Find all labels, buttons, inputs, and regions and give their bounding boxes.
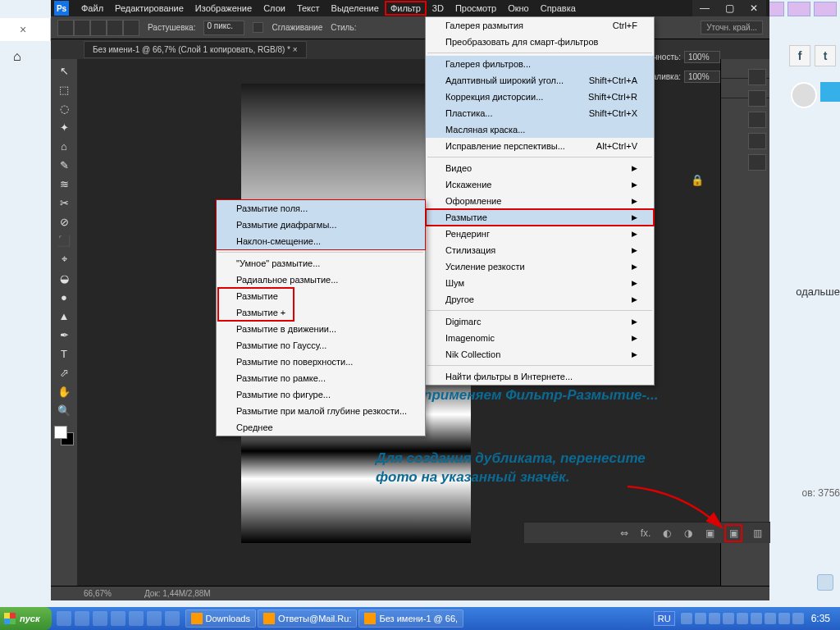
submenu-item[interactable]: Наклон-смещение...: [217, 233, 425, 249]
menu-фильтр[interactable]: Фильтр: [385, 1, 427, 16]
sel-new-icon[interactable]: [74, 20, 90, 36]
tray-icon[interactable]: [709, 613, 720, 624]
tool-button[interactable]: ◒: [54, 270, 74, 286]
tray-icon[interactable]: [723, 613, 734, 624]
tray-icon[interactable]: [765, 613, 776, 624]
tool-button[interactable]: ✂: [54, 194, 74, 211]
submenu-item[interactable]: Размытие в движении...: [217, 321, 425, 337]
browser-tab-close-icon[interactable]: ×: [20, 23, 26, 36]
submenu-item[interactable]: Размытие по рамке...: [217, 370, 425, 386]
tool-button[interactable]: ⊘: [54, 213, 74, 230]
sel-add-icon[interactable]: [90, 20, 107, 36]
menu-item[interactable]: Адаптивный широкий угол...Shift+Ctrl+A: [426, 72, 654, 89]
tool-button[interactable]: ≋: [54, 176, 74, 192]
channels-panel-icon[interactable]: [748, 90, 766, 107]
menu-слои[interactable]: Слои: [258, 1, 291, 16]
fx-panel-icon[interactable]: [748, 133, 766, 149]
tool-button[interactable]: ⬀: [54, 364, 74, 381]
tray-icon[interactable]: [737, 613, 748, 624]
feather-input[interactable]: 0 пикс.: [203, 21, 244, 35]
quicklaunch-icon[interactable]: [129, 611, 144, 626]
menu-просмотр[interactable]: Просмотр: [450, 1, 502, 16]
history-panel-icon[interactable]: [748, 112, 766, 128]
twitter-icon[interactable]: t: [815, 45, 836, 66]
clock[interactable]: 6:35: [806, 613, 835, 624]
menu-item[interactable]: Digimarc▶: [426, 313, 654, 330]
menu-файл[interactable]: Файл: [75, 1, 109, 16]
zoom-level[interactable]: 66,67%: [84, 589, 112, 598]
quicklaunch-icon[interactable]: [147, 611, 162, 626]
opacity-input[interactable]: 100%: [684, 51, 720, 63]
sel-sub-icon[interactable]: [107, 20, 123, 36]
menu-item[interactable]: Галерея фильтров...: [426, 56, 654, 72]
submenu-item[interactable]: Размытие по поверхности...: [217, 354, 425, 370]
tool-button[interactable]: ⬛: [54, 232, 74, 249]
quicklaunch-icon[interactable]: [57, 611, 71, 626]
quicklaunch-icon[interactable]: [75, 611, 89, 626]
tool-button[interactable]: ⬚: [54, 81, 74, 98]
tool-button[interactable]: ✋: [54, 383, 74, 399]
tool-button[interactable]: ▲: [54, 308, 74, 324]
maximize-button[interactable]: ▢: [717, 0, 742, 16]
menu-справка[interactable]: Справка: [535, 1, 582, 16]
language-indicator[interactable]: RU: [654, 611, 675, 626]
layers-panel-icon[interactable]: [748, 69, 766, 85]
bg-max-icon[interactable]: [788, 2, 810, 16]
submenu-item[interactable]: Радиальное размытие...: [217, 272, 425, 288]
swatches-panel-icon[interactable]: [748, 154, 766, 171]
tool-button[interactable]: 🔍: [54, 402, 74, 418]
menu-item[interactable]: Искажение▶: [426, 176, 654, 193]
antialias-checkbox[interactable]: [253, 22, 263, 33]
menu-3d[interactable]: 3D: [427, 1, 450, 16]
taskbar-item[interactable]: Downloads: [185, 609, 256, 628]
close-button[interactable]: ✕: [742, 0, 766, 16]
start-button[interactable]: пуск: [0, 607, 52, 630]
avatar[interactable]: [791, 82, 817, 108]
menu-редактирование[interactable]: Редактирование: [109, 1, 189, 16]
tool-button[interactable]: ↖: [54, 62, 74, 79]
home-icon[interactable]: ⌂: [13, 49, 21, 64]
menu-выделение[interactable]: Выделение: [326, 1, 385, 16]
tray-icon[interactable]: [681, 613, 692, 624]
menu-item[interactable]: Другое▶: [426, 291, 654, 308]
menu-окно[interactable]: Окно: [502, 1, 535, 16]
tool-button[interactable]: ●: [54, 289, 74, 305]
menu-item[interactable]: Преобразовать для смарт-фильтров: [426, 34, 654, 50]
quicklaunch-icon[interactable]: [93, 611, 107, 626]
submenu-item[interactable]: Размытие: [218, 288, 294, 304]
menu-item[interactable]: Стилизация▶: [426, 242, 654, 258]
menu-item[interactable]: Шум▶: [426, 275, 654, 291]
menu-текст[interactable]: Текст: [291, 1, 326, 16]
tool-button[interactable]: ✦: [54, 119, 74, 135]
submenu-item[interactable]: Размытие при малой глубине резкости...: [217, 403, 425, 419]
document-tab[interactable]: Без имени-1 @ 66,7% (Слой 1 копировать, …: [84, 41, 307, 58]
menu-item[interactable]: Imagenomic▶: [426, 330, 654, 346]
quicklaunch-icon[interactable]: [111, 611, 126, 626]
taskbar-item[interactable]: Без имени-1 @ 66,: [358, 609, 463, 628]
quicklaunch-icon[interactable]: [165, 611, 180, 626]
menu-item[interactable]: Найти фильтры в Интернете...: [426, 368, 654, 385]
fill-input[interactable]: 100%: [684, 71, 720, 83]
tool-button[interactable]: ⌂: [54, 138, 74, 154]
menu-item[interactable]: Nik Collection▶: [426, 346, 654, 363]
tool-button[interactable]: ✒: [54, 326, 74, 343]
menu-item[interactable]: Усиление резкости▶: [426, 258, 654, 275]
menu-item[interactable]: Масляная краска...: [426, 121, 654, 138]
tool-button[interactable]: T: [54, 345, 74, 362]
sel-int-icon[interactable]: [123, 20, 139, 36]
menu-item[interactable]: Исправление перспективы...Alt+Ctrl+V: [426, 138, 654, 154]
tray-icon[interactable]: [792, 613, 804, 624]
submenu-item[interactable]: Размытие по фигуре...: [217, 386, 425, 403]
menu-item[interactable]: Галерея размытияCtrl+F: [426, 17, 654, 34]
tray-icon[interactable]: [778, 613, 790, 624]
menu-item[interactable]: Пластика...Shift+Ctrl+X: [426, 105, 654, 121]
phone-icon[interactable]: [817, 574, 833, 591]
tool-button[interactable]: ✎: [54, 157, 74, 173]
fg-color-swatch[interactable]: [54, 426, 67, 439]
submenu-item[interactable]: "Умное" размытие...: [217, 255, 425, 272]
facebook-icon[interactable]: f: [789, 45, 810, 66]
trash-icon[interactable]: ▥: [751, 527, 764, 540]
refine-edge-button[interactable]: Уточн. край...: [701, 21, 763, 34]
submenu-item[interactable]: Размытие диафрагмы...: [217, 217, 425, 233]
taskbar-item[interactable]: Ответы@Mail.Ru:: [258, 609, 358, 628]
